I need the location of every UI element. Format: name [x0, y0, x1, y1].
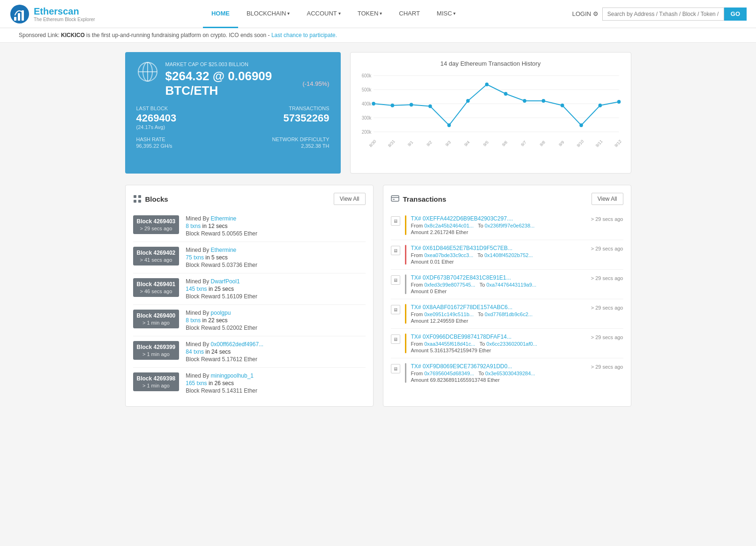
tx-from-link[interactable]: 0x76956045d68349... [424, 371, 474, 376]
block-list-item: Block 4269400 > 1 min ago Mined By poolg… [133, 305, 366, 336]
nav-chart[interactable]: CHART [390, 0, 428, 28]
block-txns-link[interactable]: 75 txns [186, 254, 204, 261]
tx-icon: 🖥 [391, 334, 400, 344]
block-miner-link[interactable]: DwarfPool1 [211, 278, 240, 285]
block-txns: 145 txns in 25 secs [186, 286, 365, 292]
tx-from-link[interactable]: 0xe0951c149c511b... [424, 311, 473, 317]
tx-from-link[interactable]: 0xfed3c99e8077545... [424, 282, 475, 288]
block-miner: Mined By poolgpu [186, 310, 365, 316]
tx-from-link[interactable]: 0xea07bde33c9cc3... [424, 252, 473, 258]
nav-blockchain[interactable]: BLOCKCHAIN ▾ [238, 0, 299, 28]
block-txns-link[interactable]: 8 txns [186, 317, 201, 324]
tx-hash-link[interactable]: TX# 0XDF673B70472E8431C8E91E1... [411, 274, 511, 281]
block-miner-link[interactable]: 0x00ff662dedf4967... [211, 341, 264, 348]
block-miner-link[interactable]: Ethermine [211, 247, 237, 253]
svg-rect-46 [134, 195, 136, 198]
nav-account[interactable]: ACCOUNT ▾ [298, 0, 349, 28]
svg-text:9/5: 9/5 [482, 140, 489, 147]
top-nav: Etherscan The Ethereum Block Explorer HO… [0, 0, 756, 28]
svg-text:8/31: 8/31 [387, 139, 396, 148]
logo-area: Etherscan The Ethereum Block Explorer [9, 4, 95, 24]
last-block-label: LAST BLOCK [136, 106, 177, 111]
tx-hash-link[interactable]: TX# 0X61D846E52E7B431D9F5C7EB... [411, 245, 513, 251]
svg-text:9/12: 9/12 [614, 139, 622, 148]
tx-details: TX# 0X61D846E52E7B431D9F5C7EB... From 0x… [411, 245, 586, 265]
sponsor-link[interactable]: Last chance to participate. [271, 32, 337, 38]
block-time: > 29 secs ago [137, 226, 176, 231]
block-list-item: Block 4269402 > 41 secs ago Mined By Eth… [133, 242, 366, 273]
tx-to-link[interactable]: 0xa74476443119a9... [487, 282, 536, 288]
last-block-stat: LAST BLOCK 4269403 (24.17s Avg) [136, 106, 177, 130]
block-miner: Mined By DwarfPool1 [186, 278, 365, 285]
tx-time: > 29 secs ago [591, 275, 623, 281]
block-reward: Block Reward 5.17612 Ether [186, 356, 365, 363]
nav-token[interactable]: TOKEN ▾ [349, 0, 391, 28]
transactions-label: TRANSACTIONS [284, 106, 329, 111]
svg-point-28 [561, 104, 564, 107]
tx-details: TX# 0XDF673B70472E8431C8E91E1... From 0x… [411, 274, 586, 294]
svg-text:200k: 200k [361, 129, 371, 135]
tx-amount: Amount 5.316137542159479 Ether [411, 348, 586, 353]
svg-text:9/6: 9/6 [501, 140, 508, 147]
svg-point-30 [598, 104, 602, 107]
block-txns: 8 txns in 12 secs [186, 223, 365, 229]
block-miner-link[interactable]: Ethermine [211, 215, 237, 222]
tx-hash-link[interactable]: TX# 0XF9D8069E9CE736792A91DD0... [411, 363, 512, 370]
logo-title: Etherscan [34, 6, 95, 17]
nav-right: LOGIN ⚙ GO [572, 8, 747, 21]
block-miner: Mined By miningpoolhub_1 [186, 372, 365, 379]
tx-time: > 29 secs ago [591, 364, 623, 370]
tx-to-link[interactable]: 0x3e653030439284... [485, 371, 535, 376]
block-miner-link[interactable]: poolgpu [211, 310, 231, 316]
block-txns-link[interactable]: 8 txns [186, 223, 201, 229]
block-miner-link[interactable]: miningpoolhub_1 [211, 372, 254, 379]
svg-text:9/1: 9/1 [406, 140, 413, 147]
block-txns-link[interactable]: 84 txns [186, 349, 204, 355]
block-badge: Block 4269401 > 46 secs ago [133, 278, 180, 297]
tx-from-link[interactable]: 0x8c2a45b2464c01... [424, 223, 473, 228]
last-block-sub: (24.17s Avg) [136, 124, 177, 130]
tx-details: TX# 0XF0966DCBE99874178DFAF14... From 0x… [411, 334, 586, 353]
svg-rect-1 [14, 17, 16, 21]
tx-icon: 🖥 [391, 216, 400, 226]
tx-list-item: 🖥 TX# 0XDF673B70472E8431C8E91E1... From … [391, 270, 623, 299]
block-reward: Block Reward 5.03736 Ether [186, 262, 365, 268]
tx-bar [405, 215, 406, 235]
block-badge: Block 4269400 > 1 min ago [133, 310, 180, 328]
block-miner: Mined By 0x00ff662dedf4967... [186, 341, 365, 348]
block-badge: Block 4269402 > 41 secs ago [133, 247, 180, 265]
svg-text:300k: 300k [361, 115, 371, 121]
block-list-item: Block 4269398 > 1 min ago Mined By minin… [133, 368, 366, 399]
search-input[interactable] [602, 8, 724, 21]
svg-rect-49 [138, 200, 141, 203]
tx-to-link[interactable]: 0x236f9f97e0e6238... [485, 223, 534, 228]
tx-icon: 🖥 [391, 246, 400, 255]
tx-amount: Amount 12.249559 Ether [411, 318, 586, 324]
network-diff-stat: Network Difficulty 2,352.38 TH [272, 136, 329, 149]
tx-from-link[interactable]: 0xaa34455f618d41c... [424, 341, 475, 347]
search-button[interactable]: GO [724, 8, 747, 21]
login-link[interactable]: LOGIN ⚙ [572, 10, 599, 17]
tx-list-item: 🖥 TX# 0XF9D8069E9CE736792A91DD0... From … [391, 358, 623, 387]
transactions-view-all[interactable]: View All [591, 193, 623, 205]
block-txns-link[interactable]: 165 txns [186, 380, 207, 387]
blocks-list: Block 4269403 > 29 secs ago Mined By Eth… [133, 211, 366, 399]
transactions-stat: TRANSACTIONS 57352269 [284, 106, 329, 130]
block-number: Block 4269403 [137, 218, 176, 225]
blocks-view-all[interactable]: View All [334, 193, 366, 205]
tx-to-link[interactable]: 0xd7768f1db9c6c2... [485, 311, 532, 317]
block-number: Block 4269399 [137, 344, 176, 350]
tx-list-item: 🖥 TX# 0X61D846E52E7B431D9F5C7EB... From … [391, 240, 623, 270]
hash-diff-row: Hash Rate 96,395.22 GH/s Network Difficu… [136, 136, 329, 149]
tx-to-link[interactable]: 0x1408f45202b752... [484, 252, 532, 258]
tx-hash-link[interactable]: TX# 0XF0966DCBE99874178DFAF14... [411, 334, 512, 340]
tx-hash-link[interactable]: TX# 0XEFFA4422D6B9EB42903C297.... [411, 215, 513, 222]
block-txns-link[interactable]: 145 txns [186, 286, 207, 292]
nav-home[interactable]: HOME [203, 0, 238, 28]
tx-hash-link[interactable]: TX# 0X8AABF01672F78DE1574ABC6... [411, 304, 513, 311]
globe-icon [136, 61, 159, 84]
nav-misc[interactable]: MISC ▾ [428, 0, 464, 28]
hash-rate-stat: Hash Rate 96,395.22 GH/s [136, 136, 172, 149]
block-txns: 84 txns in 24 secs [186, 349, 365, 355]
tx-to-link[interactable]: 0x6cc233602001af0... [487, 341, 537, 347]
